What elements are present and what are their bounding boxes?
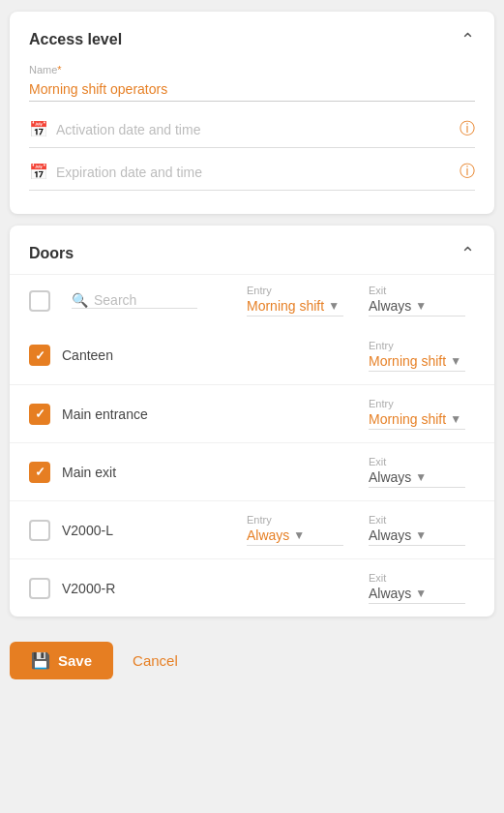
door-exit-label-v2000-r: Exit — [369, 572, 386, 584]
name-input[interactable] — [29, 77, 475, 102]
door-exit-group-v2000-l: ExitAlways▼ — [369, 514, 475, 546]
door-exit-value-v2000-r: Always — [369, 586, 411, 601]
door-name-main-entrance: Main entrance — [62, 406, 159, 422]
door-controls-main-exit: ExitAlways▼ — [159, 456, 475, 488]
activation-date-field: 📅 ⓘ — [29, 111, 475, 148]
expiration-date-field: 📅 ⓘ — [29, 154, 475, 191]
access-level-header: Access level ⌃ — [29, 29, 475, 50]
calendar-icon-expiration: 📅 — [29, 163, 48, 181]
door-exit-value-main-exit: Always — [369, 469, 411, 485]
door-controls-main-entrance: EntryMorning shift▼ — [159, 398, 475, 430]
activation-date-input[interactable] — [56, 122, 460, 137]
search-exit-value: Always — [369, 298, 411, 314]
search-input-wrap: 🔍 — [72, 292, 197, 309]
search-entry-value: Morning shift — [247, 298, 324, 314]
door-entry-label-canteen: Entry — [369, 340, 394, 351]
door-exit-group-main-exit: ExitAlways▼ — [369, 456, 475, 488]
name-field-group: Name* — [29, 64, 475, 102]
door-checkbox-v2000-l[interactable] — [29, 520, 50, 541]
door-entry-select-main-entrance[interactable]: Morning shift▼ — [369, 411, 465, 430]
search-exit-label: Exit — [369, 285, 386, 296]
door-entry-label-v2000-l: Entry — [247, 514, 272, 526]
search-entry-dropdown-icon: ▼ — [328, 299, 340, 313]
footer: 💾 Save Cancel — [0, 628, 504, 693]
door-row-v2000-r: V2000-RExitAlways▼ — [10, 558, 494, 617]
door-exit-select-main-exit[interactable]: Always▼ — [369, 469, 465, 488]
door-entry-select-canteen[interactable]: Morning shift▼ — [369, 353, 465, 372]
door-name-canteen: Canteen — [62, 347, 159, 363]
search-exit-group: Exit Always ▼ — [369, 285, 475, 316]
door-entry-value-v2000-l: Always — [247, 527, 289, 543]
door-checkbox-v2000-r[interactable] — [29, 578, 50, 599]
door-name-v2000-r: V2000-R — [62, 581, 159, 596]
save-icon: 💾 — [31, 651, 50, 670]
search-entry-group: Entry Morning shift ▼ — [247, 285, 353, 316]
door-row-canteen: CanteenEntryMorning shift▼ — [10, 326, 494, 384]
cancel-button[interactable]: Cancel — [133, 652, 178, 669]
doors-section: Doors ⌃ 🔍 Entry Morning shift ▼ Exit Alw… — [10, 226, 494, 617]
info-icon-activation[interactable]: ⓘ — [460, 119, 475, 139]
search-checkbox[interactable] — [29, 290, 50, 312]
door-exit-select-v2000-l[interactable]: Always▼ — [369, 527, 465, 546]
door-entry-group-main-entrance: EntryMorning shift▼ — [369, 398, 475, 430]
doors-title: Doors — [29, 245, 74, 262]
save-label: Save — [58, 652, 92, 669]
door-entry-dropdown-icon-v2000-l: ▼ — [293, 528, 305, 542]
door-exit-label-main-exit: Exit — [369, 456, 386, 467]
door-exit-label-v2000-l: Exit — [369, 514, 386, 526]
search-entry-label: Entry — [247, 285, 272, 296]
door-exit-dropdown-icon-v2000-r: ▼ — [415, 587, 427, 600]
door-controls-v2000-l: EntryAlways▼ExitAlways▼ — [159, 514, 475, 546]
door-checkbox-canteen[interactable] — [29, 345, 50, 366]
door-name-main-exit: Main exit — [62, 465, 159, 480]
door-entry-dropdown-icon-main-entrance: ▼ — [450, 412, 461, 426]
door-entry-dropdown-icon-canteen: ▼ — [450, 354, 461, 368]
door-exit-dropdown-icon-v2000-l: ▼ — [415, 528, 427, 542]
door-entry-select-v2000-l[interactable]: Always▼ — [247, 527, 343, 546]
door-entry-group-v2000-l: EntryAlways▼ — [247, 514, 353, 546]
access-level-collapse-icon[interactable]: ⌃ — [460, 29, 475, 50]
door-row-main-exit: Main exitExitAlways▼ — [10, 442, 494, 500]
door-exit-dropdown-icon-main-exit: ▼ — [415, 470, 427, 484]
info-icon-expiration[interactable]: ⓘ — [460, 162, 475, 182]
search-icon: 🔍 — [72, 292, 88, 308]
access-level-title: Access level — [29, 31, 122, 48]
door-exit-value-v2000-l: Always — [369, 527, 411, 543]
door-exit-select-v2000-r[interactable]: Always▼ — [369, 586, 465, 604]
door-entry-value-canteen: Morning shift — [369, 353, 446, 369]
search-exit-select[interactable]: Always ▼ — [369, 298, 465, 316]
door-exit-group-v2000-r: ExitAlways▼ — [369, 572, 475, 604]
door-entry-label-main-entrance: Entry — [369, 398, 394, 409]
expiration-date-input[interactable] — [56, 165, 460, 180]
door-entry-group-canteen: EntryMorning shift▼ — [369, 340, 475, 372]
door-row-v2000-l: V2000-LEntryAlways▼ExitAlways▼ — [10, 500, 494, 558]
search-controls: Entry Morning shift ▼ Exit Always ▼ — [207, 285, 475, 316]
door-controls-v2000-r: ExitAlways▼ — [159, 572, 475, 604]
calendar-icon-activation: 📅 — [29, 120, 48, 138]
name-label: Name* — [29, 64, 475, 75]
door-row-main-entrance: Main entranceEntryMorning shift▼ — [10, 384, 494, 442]
door-entry-value-main-entrance: Morning shift — [369, 411, 446, 427]
search-row: 🔍 Entry Morning shift ▼ Exit Always ▼ — [10, 274, 494, 326]
search-input[interactable] — [94, 292, 191, 308]
door-checkbox-main-entrance[interactable] — [29, 404, 50, 425]
door-name-v2000-l: V2000-L — [62, 523, 159, 538]
search-exit-dropdown-icon: ▼ — [415, 299, 427, 313]
doors-collapse-icon[interactable]: ⌃ — [460, 243, 475, 264]
access-level-card: Access level ⌃ Name* 📅 ⓘ 📅 ⓘ — [10, 12, 494, 214]
doors-header: Doors ⌃ — [10, 226, 494, 274]
door-checkbox-main-exit[interactable] — [29, 462, 50, 483]
save-button[interactable]: 💾 Save — [10, 642, 113, 679]
search-entry-select[interactable]: Morning shift ▼ — [247, 298, 343, 316]
door-controls-canteen: EntryMorning shift▼ — [159, 340, 475, 372]
